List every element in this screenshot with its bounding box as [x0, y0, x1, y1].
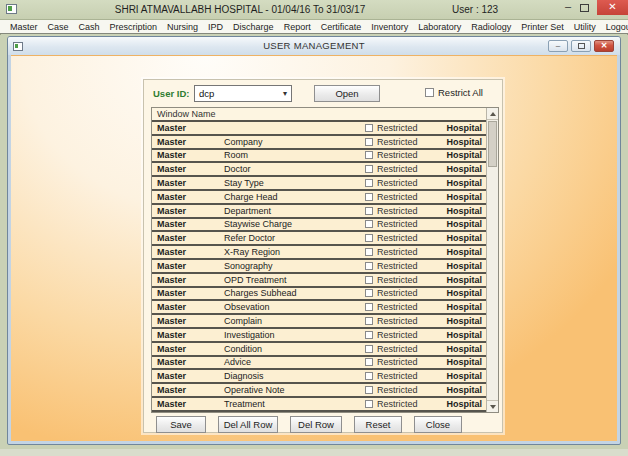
row-restricted-group: Restricted: [365, 316, 441, 326]
close-icon[interactable]: ✕: [597, 0, 628, 15]
menu-item[interactable]: Laboratory: [413, 22, 466, 32]
restricted-checkbox[interactable]: [365, 151, 373, 159]
restricted-checkbox[interactable]: [365, 248, 373, 256]
restricted-checkbox[interactable]: [365, 303, 373, 311]
restricted-checkbox[interactable]: [365, 165, 373, 173]
minimize-icon[interactable]: –: [560, 0, 576, 15]
restricted-checkbox[interactable]: [365, 345, 373, 353]
dialog-maximize-icon[interactable]: [571, 40, 591, 52]
del-all-row-button[interactable]: Del All Row: [218, 416, 278, 433]
restricted-checkbox[interactable]: [365, 289, 373, 297]
table-row: Master OPD Treatment Restricted Hospital: [152, 274, 487, 288]
restricted-checkbox[interactable]: [365, 276, 373, 284]
scroll-down-icon[interactable]: [487, 400, 498, 412]
menu-item[interactable]: Report: [279, 22, 316, 32]
grid-header: Window Name: [152, 108, 487, 122]
restricted-checkbox[interactable]: [365, 124, 373, 132]
restrict-all-checkbox[interactable]: [425, 88, 434, 97]
restricted-label: Restricted: [377, 206, 418, 216]
restricted-checkbox[interactable]: [365, 317, 373, 325]
row-scope: Hospital: [441, 330, 487, 340]
menu-item[interactable]: Utility: [569, 22, 601, 32]
restricted-checkbox[interactable]: [365, 220, 373, 228]
restricted-checkbox[interactable]: [365, 193, 373, 201]
table-row: Master Charge Head Restricted Hospital: [152, 191, 487, 205]
row-module: Master: [152, 178, 224, 188]
menu-item[interactable]: Logout: [601, 22, 628, 32]
restricted-checkbox[interactable]: [365, 358, 373, 366]
menu-item[interactable]: Nursing: [162, 22, 203, 32]
restricted-checkbox[interactable]: [365, 262, 373, 270]
dialog-title-bar: USER MANAGEMENT – ✕: [8, 37, 620, 55]
restricted-checkbox[interactable]: [365, 234, 373, 242]
open-button[interactable]: Open: [314, 85, 380, 102]
title-bar: SHRI ATMAVALLABH HOSPITAL - 01/04/16 To …: [0, 0, 628, 20]
user-id-select[interactable]: dcp ▾: [194, 85, 292, 102]
row-module: Master: [152, 137, 224, 147]
close-button[interactable]: Close: [414, 416, 462, 433]
row-scope: Hospital: [441, 247, 487, 257]
row-scope: Hospital: [441, 371, 487, 381]
reset-button[interactable]: Reset: [354, 416, 402, 433]
row-restricted-group: Restricted: [365, 164, 441, 174]
menu-item[interactable]: Prescription: [105, 22, 163, 32]
row-scope: Hospital: [441, 357, 487, 367]
table-row: Master Doctor Restricted Hospital: [152, 163, 487, 177]
user-management-panel: User ID: dcp ▾ Open Restrict All Window …: [143, 79, 503, 433]
restricted-checkbox[interactable]: [365, 138, 373, 146]
restricted-label: Restricted: [377, 344, 418, 354]
row-window-name: Advice: [224, 357, 365, 367]
row-module: Master: [152, 357, 224, 367]
scrollbar-thumb[interactable]: [488, 121, 497, 167]
menu-item[interactable]: Radiology: [466, 22, 516, 32]
row-module: Master: [152, 385, 224, 395]
maximize-icon[interactable]: [580, 4, 589, 12]
save-button[interactable]: Save: [156, 416, 206, 433]
menu-item[interactable]: Inventory: [366, 22, 413, 32]
dialog-close-icon[interactable]: ✕: [594, 40, 614, 52]
row-restricted-group: Restricted: [365, 219, 441, 229]
restricted-checkbox[interactable]: [365, 386, 373, 394]
row-restricted-group: Restricted: [365, 206, 441, 216]
row-window-name: Charges Subhead: [224, 288, 365, 298]
restricted-label: Restricted: [377, 123, 418, 133]
table-row: Master Advice Restricted Hospital: [152, 357, 487, 371]
scroll-up-icon[interactable]: [487, 108, 498, 120]
menu-item[interactable]: Certificate: [316, 22, 367, 32]
row-module: Master: [152, 164, 224, 174]
restricted-checkbox[interactable]: [365, 331, 373, 339]
row-scope: Hospital: [441, 344, 487, 354]
dialog-content: User ID: dcp ▾ Open Restrict All Window …: [11, 55, 617, 441]
row-window-name: Company: [224, 137, 365, 147]
table-row: Master Charges Subhead Restricted Hospit…: [152, 288, 487, 302]
table-row: Master Sonography Restricted Hospital: [152, 260, 487, 274]
row-window-name: Treatment: [224, 399, 365, 409]
restricted-checkbox[interactable]: [365, 400, 373, 408]
row-restricted-group: Restricted: [365, 385, 441, 395]
row-restricted-group: Restricted: [365, 233, 441, 243]
menu-item[interactable]: Printer Set: [516, 22, 569, 32]
dialog-minimize-icon[interactable]: –: [548, 40, 568, 52]
row-module: Master: [152, 206, 224, 216]
menu-item[interactable]: Case: [43, 22, 74, 32]
menu-item[interactable]: Discharge: [228, 22, 279, 32]
menu-item[interactable]: Cash: [74, 22, 105, 32]
row-scope: Hospital: [441, 164, 487, 174]
chevron-down-icon: ▾: [283, 89, 287, 98]
menu-item[interactable]: IPD: [203, 22, 228, 32]
row-window-name: Doctor: [224, 164, 365, 174]
row-restricted-group: Restricted: [365, 399, 441, 409]
restricted-label: Restricted: [377, 275, 418, 285]
restricted-checkbox[interactable]: [365, 179, 373, 187]
table-row: Master Room Restricted Hospital: [152, 150, 487, 164]
menu-item[interactable]: Master: [5, 22, 43, 32]
row-restricted-group: Restricted: [365, 137, 441, 147]
restricted-checkbox[interactable]: [365, 372, 373, 380]
row-restricted-group: Restricted: [365, 302, 441, 312]
row-window-name: Obsevation: [224, 302, 365, 312]
del-row-button[interactable]: Del Row: [290, 416, 342, 433]
row-scope: Hospital: [441, 150, 487, 160]
vertical-scrollbar[interactable]: [486, 108, 498, 412]
row-module: Master: [152, 302, 224, 312]
restricted-checkbox[interactable]: [365, 207, 373, 215]
